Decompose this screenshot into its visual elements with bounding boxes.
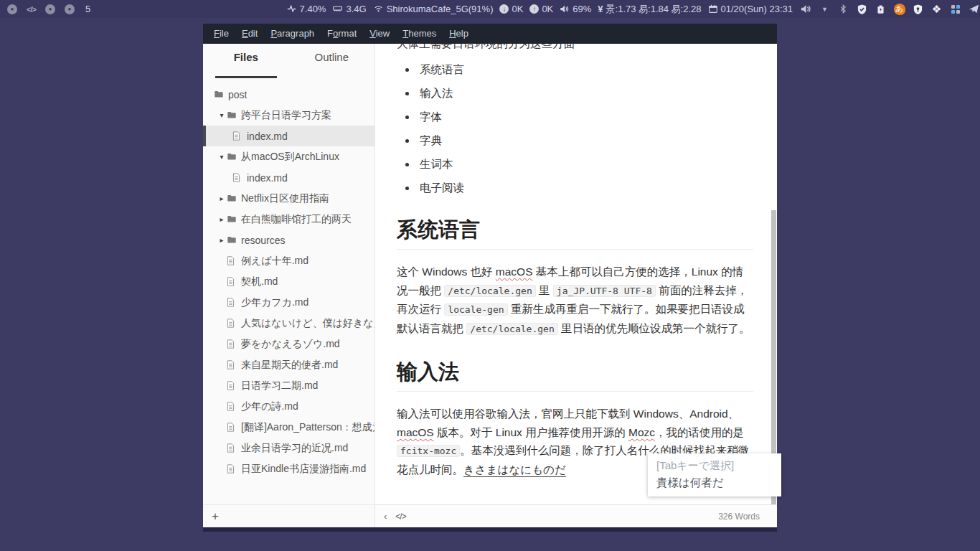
tree-item-label: [翻译]Aaron_Patterson：想成为 bbox=[241, 421, 374, 434]
tree-item-label: Netflix日区使用指南 bbox=[241, 192, 329, 205]
menu-file[interactable]: File bbox=[207, 24, 235, 44]
file-tree: post▾跨平台日语学习方案index.md▾从macOS到ArchLinuxi… bbox=[203, 84, 374, 479]
menu-themes[interactable]: Themes bbox=[396, 24, 443, 44]
editor-content[interactable]: 大体上需要日语环境的分为这些方面 系统语言输入法字体字典生词本电子阅读 系统语言… bbox=[375, 44, 777, 504]
file-icon bbox=[226, 297, 239, 308]
dropbox-icon[interactable]: ❖ bbox=[930, 3, 943, 15]
ime-candidate-item[interactable]: 貴様は何者だ bbox=[656, 474, 773, 491]
tree-folder[interactable]: post bbox=[203, 84, 374, 105]
code-badge-icon[interactable]: </> bbox=[27, 5, 36, 14]
keepass-icon[interactable] bbox=[912, 3, 924, 15]
fcitx-icon[interactable] bbox=[949, 3, 961, 15]
chevron-down-icon[interactable]: ▾ bbox=[217, 153, 226, 161]
inline-code: /etc/locale.gen bbox=[466, 323, 557, 335]
menu-view[interactable]: View bbox=[363, 24, 396, 44]
ime-hint-text: [Tabキーで選択] bbox=[656, 457, 773, 474]
mozc-a-badge: あ bbox=[894, 4, 905, 15]
inline-code: /etc/locale.gen bbox=[444, 285, 535, 297]
app-circle-3-icon[interactable]: ● bbox=[65, 4, 75, 14]
ime-candidate-popup: [Tabキーで選択] 貴様は何者だ bbox=[648, 453, 781, 496]
doc-sections: 系统语言这个 Windows 也好 macOS 基本上都可以自己方便的选择，Li… bbox=[397, 217, 753, 479]
tab-files[interactable]: Files bbox=[203, 51, 289, 78]
status-yen-text: 景:1.73 易:1.84 易:2.28 bbox=[606, 3, 702, 16]
file-icon bbox=[226, 276, 239, 287]
app-circle-2-icon[interactable]: ● bbox=[45, 4, 55, 14]
word-count: 326 Words bbox=[718, 512, 760, 522]
chevron-down-icon[interactable]: ▾ bbox=[217, 111, 226, 119]
workspace-number: 5 bbox=[85, 4, 90, 14]
chevron-right-icon[interactable]: ▸ bbox=[217, 194, 226, 202]
shield-check-icon[interactable] bbox=[856, 3, 868, 15]
file-icon bbox=[232, 172, 245, 183]
system-tray: ▼あ❖ bbox=[800, 3, 980, 15]
ime-preedit-text: きさまはなにものだ bbox=[463, 463, 566, 477]
tree-file[interactable]: 业余日语学习的近况.md bbox=[203, 438, 374, 458]
tree-item-label: 业余日语学习的近况.md bbox=[241, 442, 348, 455]
volume-icon[interactable] bbox=[800, 3, 812, 15]
tree-folder[interactable]: ▸resources bbox=[203, 230, 374, 250]
tree-file[interactable]: 例えば十年.md bbox=[203, 250, 374, 271]
tree-folder[interactable]: ▾从macOS到ArchLinux bbox=[203, 146, 374, 167]
file-icon bbox=[232, 131, 245, 141]
menu-edit[interactable]: Edit bbox=[235, 24, 264, 44]
dropdown-triangle-icon[interactable]: ▼ bbox=[819, 3, 831, 15]
telegram-icon[interactable] bbox=[968, 3, 980, 15]
add-file-button[interactable]: + bbox=[212, 509, 219, 524]
spellcheck-word: macOS bbox=[397, 426, 434, 438]
tree-item-label: 从macOS到ArchLinux bbox=[241, 151, 339, 164]
tree-file[interactable]: 日亚Kindle书店漫游指南.md bbox=[203, 458, 374, 479]
tree-file[interactable]: 夢をかなえるゾウ.md bbox=[203, 334, 374, 354]
text-run: 里 bbox=[536, 284, 553, 296]
file-icon bbox=[226, 401, 239, 412]
tree-item-label: index.md bbox=[247, 131, 288, 142]
bullet-item: 输入法 bbox=[417, 84, 753, 101]
tree-file[interactable]: 少年カフカ.md bbox=[203, 292, 374, 313]
sidebar-footer: + bbox=[203, 505, 375, 527]
tree-item-label: 夢をかなえるゾウ.md bbox=[241, 338, 340, 351]
tree-file[interactable]: 少年の詩.md bbox=[203, 396, 374, 417]
tree-item-label: 跨平台日语学习方案 bbox=[241, 109, 331, 122]
sidebar-tabs: FilesOutline bbox=[203, 51, 374, 78]
status-speaker: 69% bbox=[560, 4, 591, 14]
tree-item-label: 契机.md bbox=[241, 276, 278, 288]
tree-item-label: 日语学习二期.md bbox=[241, 380, 318, 392]
chevron-right-icon[interactable]: ▸ bbox=[217, 215, 226, 223]
app-circle-1-icon[interactable]: ● bbox=[7, 4, 17, 14]
bluetooth-icon[interactable] bbox=[837, 3, 849, 15]
menu-help[interactable]: Help bbox=[443, 24, 475, 44]
topic-bullet-list: 系统语言输入法字体字典生词本电子阅读 bbox=[417, 60, 753, 196]
status-yen: ¥景:1.73 易:1.84 易:2.28 bbox=[598, 3, 701, 16]
tree-file[interactable]: 来自星期天的使者.md bbox=[203, 354, 374, 375]
content-footer: ‹ </> 326 Words bbox=[375, 505, 777, 527]
tree-file[interactable]: 日语学习二期.md bbox=[203, 375, 374, 396]
tree-file[interactable]: index.md bbox=[203, 167, 374, 188]
source-code-mode-button[interactable]: </> bbox=[395, 512, 405, 522]
section-heading: 输入法 bbox=[397, 359, 753, 392]
tree-file[interactable]: 人気はないけど、僕は好きなん bbox=[203, 313, 374, 334]
file-icon bbox=[226, 255, 239, 266]
battery-icon[interactable] bbox=[875, 3, 887, 15]
section-paragraph: 这个 Windows 也好 macOS 基本上都可以自己方便的选择，Linux … bbox=[397, 263, 753, 338]
taskbar-left: ●</>●●5 bbox=[7, 4, 90, 14]
tree-folder[interactable]: ▸Netflix日区使用指南 bbox=[203, 188, 374, 209]
collapse-sidebar-button[interactable]: ‹ bbox=[384, 511, 387, 522]
tree-file[interactable]: index.md bbox=[203, 126, 374, 146]
status-wifi-text: ShirokumaCafe_5G(91%) bbox=[387, 4, 494, 14]
tree-file[interactable]: [翻译]Aaron_Patterson：想成为 bbox=[203, 417, 374, 438]
menu-paragraph[interactable]: Paragraph bbox=[264, 24, 321, 44]
chevron-right-icon[interactable]: ▸ bbox=[217, 236, 226, 244]
tree-folder[interactable]: ▾跨平台日语学习方案 bbox=[203, 105, 374, 126]
tree-folder[interactable]: ▸在白熊咖啡馆打工的两天 bbox=[203, 209, 374, 230]
tree-file[interactable]: 契机.md bbox=[203, 271, 374, 292]
tree-item-label: 日亚Kindle书店漫游指南.md bbox=[241, 463, 366, 476]
text-run: 输入法可以使用谷歌输入法，官网上只能下载到 Windows、Android、 bbox=[397, 408, 739, 420]
calendar-icon bbox=[708, 4, 718, 14]
download-icon: ↓ bbox=[499, 4, 509, 14]
mozc-ime-icon[interactable]: あ bbox=[893, 3, 905, 15]
folder-icon bbox=[226, 110, 239, 120]
menu-format[interactable]: Format bbox=[321, 24, 363, 44]
tree-item-label: 在白熊咖啡馆打工的两天 bbox=[241, 213, 352, 226]
tab-outline[interactable]: Outline bbox=[289, 51, 375, 78]
bullet-item: 电子阅读 bbox=[417, 179, 753, 196]
upload-icon: ↑ bbox=[529, 4, 539, 14]
